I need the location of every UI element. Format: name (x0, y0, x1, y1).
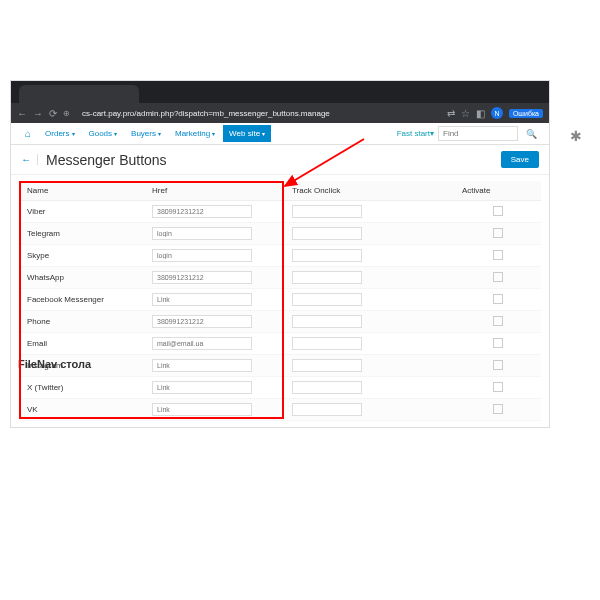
table-row: Telegram (19, 223, 541, 245)
table-row: Email (19, 333, 541, 355)
activate-checkbox[interactable] (493, 338, 503, 348)
href-input[interactable] (152, 315, 252, 328)
activate-checkbox[interactable] (493, 316, 503, 326)
activate-checkbox[interactable] (493, 228, 503, 238)
browser-window: ← → ⟳ ⊕ cs-cart.pay.pro/admin.php?dispat… (10, 80, 550, 428)
track-input[interactable] (292, 205, 362, 218)
cell-name: Phone (19, 311, 144, 333)
cell-track (284, 311, 454, 333)
track-input[interactable] (292, 337, 362, 350)
cell-name: Facebook Messenger (19, 289, 144, 311)
cell-activate (454, 377, 541, 399)
home-icon[interactable]: ⌂ (19, 128, 37, 139)
fast-start-link[interactable]: Fast start▾ (397, 129, 434, 138)
activate-checkbox[interactable] (493, 360, 503, 370)
track-input[interactable] (292, 359, 362, 372)
href-input[interactable] (152, 359, 252, 372)
href-input[interactable] (152, 205, 252, 218)
menu-marketing[interactable]: Marketing▾ (169, 125, 221, 142)
extensions-icon[interactable]: ◧ (476, 108, 485, 119)
cell-track (284, 333, 454, 355)
cell-href (144, 245, 284, 267)
activate-checkbox[interactable] (493, 272, 503, 282)
track-input[interactable] (292, 403, 362, 416)
track-input[interactable] (292, 315, 362, 328)
lock-icon: ⊕ (63, 109, 70, 118)
search-input[interactable] (438, 126, 518, 141)
table-row: Instagram (19, 355, 541, 377)
cell-activate (454, 201, 541, 223)
cell-href (144, 289, 284, 311)
menu-website[interactable]: Web site▾ (223, 125, 271, 142)
href-input[interactable] (152, 227, 252, 240)
table-row: X (Twitter) (19, 377, 541, 399)
track-input[interactable] (292, 293, 362, 306)
cell-track (284, 245, 454, 267)
back-button[interactable]: ← (21, 154, 38, 165)
cell-name: Telegram (19, 223, 144, 245)
cell-track (284, 399, 454, 421)
cell-track (284, 355, 454, 377)
table-container: Name Href Track Onclick Activate ViberTe… (19, 181, 541, 421)
activate-checkbox[interactable] (493, 206, 503, 216)
th-name: Name (19, 181, 144, 201)
href-input[interactable] (152, 337, 252, 350)
browser-tabbar (11, 81, 549, 103)
href-input[interactable] (152, 293, 252, 306)
activate-checkbox[interactable] (493, 404, 503, 414)
activate-checkbox[interactable] (493, 250, 503, 260)
href-input[interactable] (152, 271, 252, 284)
browser-tab[interactable] (19, 85, 139, 103)
cell-href (144, 399, 284, 421)
cell-activate (454, 311, 541, 333)
cell-href (144, 267, 284, 289)
menu-orders[interactable]: Orders▾ (39, 125, 80, 142)
menu-buyers[interactable]: Buyers▾ (125, 125, 167, 142)
table-row: Viber (19, 201, 541, 223)
activate-checkbox[interactable] (493, 294, 503, 304)
translate-icon[interactable]: ⇄ (447, 108, 455, 119)
cell-track (284, 201, 454, 223)
page-header: ← Messenger Buttons Save (11, 145, 549, 175)
cell-href (144, 201, 284, 223)
table-row: VK (19, 399, 541, 421)
bug-icon: ✱ (570, 128, 582, 144)
activate-checkbox[interactable] (493, 382, 503, 392)
cell-activate (454, 399, 541, 421)
avatar[interactable]: N (491, 107, 503, 119)
track-input[interactable] (292, 227, 362, 240)
messenger-table: Name Href Track Onclick Activate ViberTe… (19, 181, 541, 421)
cell-name: Viber (19, 201, 144, 223)
track-input[interactable] (292, 381, 362, 394)
table-row: Phone (19, 311, 541, 333)
cell-name: VK (19, 399, 144, 421)
error-button[interactable]: Ошибка (509, 109, 543, 118)
cell-name: WhatsApp (19, 267, 144, 289)
back-icon[interactable]: ← (17, 108, 27, 119)
cell-track (284, 267, 454, 289)
cell-activate (454, 267, 541, 289)
reload-icon[interactable]: ⟳ (49, 108, 57, 119)
table-row: Skype (19, 245, 541, 267)
th-activate: Activate (454, 181, 541, 201)
filenav-label: FileNav стола (18, 358, 91, 370)
href-input[interactable] (152, 403, 252, 416)
href-input[interactable] (152, 381, 252, 394)
track-input[interactable] (292, 271, 362, 284)
cell-href (144, 333, 284, 355)
table-row: Facebook Messenger (19, 289, 541, 311)
save-button[interactable]: Save (501, 151, 539, 168)
cell-activate (454, 223, 541, 245)
url-text[interactable]: cs-cart.pay.pro/admin.php?dispatch=mb_me… (76, 109, 441, 118)
address-bar: ← → ⟳ ⊕ cs-cart.pay.pro/admin.php?dispat… (11, 103, 549, 123)
cell-activate (454, 289, 541, 311)
bookmark-icon[interactable]: ☆ (461, 108, 470, 119)
cell-track (284, 377, 454, 399)
forward-icon[interactable]: → (33, 108, 43, 119)
cell-activate (454, 333, 541, 355)
menu-goods[interactable]: Goods▾ (83, 125, 124, 142)
cell-href (144, 355, 284, 377)
search-icon[interactable]: 🔍 (522, 127, 541, 141)
track-input[interactable] (292, 249, 362, 262)
href-input[interactable] (152, 249, 252, 262)
